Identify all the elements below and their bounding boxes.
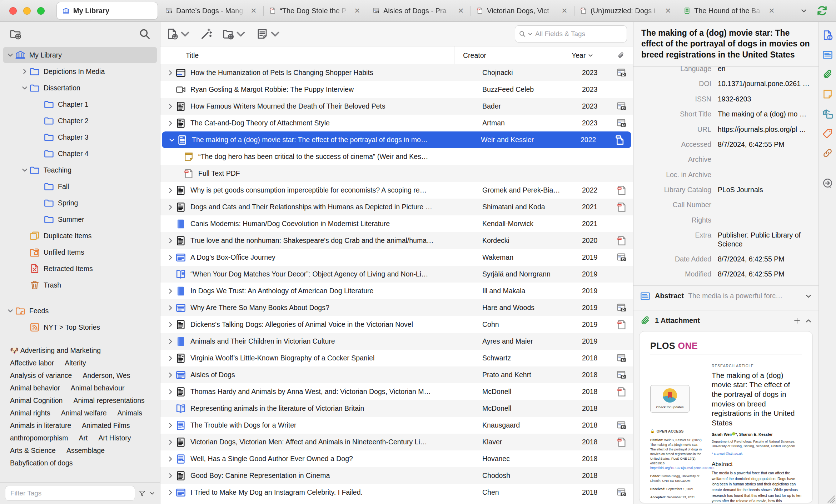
chevron-down-icon[interactable] xyxy=(20,84,29,91)
new-note-button[interactable] xyxy=(256,28,281,40)
chevron-right-icon[interactable] xyxy=(165,103,175,110)
tag-item[interactable]: Babyfication of dogs xyxy=(10,457,73,469)
field-row-extra[interactable]: ExtraPublisher: Public Library of Scienc… xyxy=(633,228,818,251)
tag-item[interactable]: Analysis of variance xyxy=(10,369,72,382)
tag-item[interactable]: Animal rights xyxy=(10,407,50,419)
field-row-call-number[interactable]: Call Number xyxy=(633,197,818,212)
table-row[interactable]: Virginia Woolf’s Little-Known Biography … xyxy=(160,350,633,366)
table-row[interactable]: Good Boy: Canine Representation in Cinem… xyxy=(160,467,633,484)
abstract-tab-icon[interactable] xyxy=(822,49,833,60)
field-row-rights[interactable]: Rights xyxy=(633,213,818,228)
sidebar-item-feeds[interactable]: Feeds xyxy=(3,303,157,319)
tag-item[interactable]: 🐶 Advertising and Marketing xyxy=(10,344,101,357)
tag-item[interactable]: Animal representations xyxy=(73,394,144,407)
table-row[interactable]: Well, Has a Single Good Author Ever Owne… xyxy=(160,450,633,467)
field-value[interactable]: https://journals.plos.org/pl … xyxy=(718,125,811,134)
notes-tab-icon[interactable] xyxy=(822,89,833,100)
new-item-button[interactable] xyxy=(166,28,191,40)
table-row[interactable]: True love and the nonhuman: Shakespeare'… xyxy=(160,232,633,249)
field-row-accessed[interactable]: Accessed8/7/2024, 6:42:55 PM xyxy=(633,137,818,152)
table-row[interactable]: Aisles of DogsPrato and Kehrt2018 xyxy=(160,366,633,383)
attachment-preview-card[interactable]: PLOS ONE Check for updates 🔓OPEN ACCESS … xyxy=(639,331,813,503)
close-tab-icon[interactable]: ✕ xyxy=(768,6,776,15)
table-row[interactable]: “When Your Dog Matches Your Decor”: Obje… xyxy=(160,266,633,283)
sidebar-item-my-library[interactable]: My Library xyxy=(3,47,157,63)
info-tab-icon[interactable] xyxy=(822,30,833,41)
table-row[interactable]: Dickens's Talking Dogs: Allegories of An… xyxy=(160,316,633,333)
sidebar-item-dissertation[interactable]: Dissertation xyxy=(3,80,157,96)
field-row-doi[interactable]: DOI10.1371/journal.pone.0261 … xyxy=(633,76,818,91)
chevron-right-icon[interactable] xyxy=(20,68,29,75)
tag-item[interactable]: Animated Films xyxy=(82,419,130,432)
tag-filter-chevron-down-icon[interactable] xyxy=(149,490,155,496)
table-row[interactable]: I Tried to Make My Dog an Instagram Cele… xyxy=(160,484,633,501)
sidebar-item-nyt-top-stories[interactable]: NYT > Top Stories xyxy=(3,319,157,335)
chevron-right-icon[interactable] xyxy=(165,371,175,379)
sidebar-item-chapter-2[interactable]: Chapter 2 xyxy=(3,113,157,129)
field-row-modified[interactable]: Modified8/7/2024, 6:42:55 PM xyxy=(633,266,818,281)
table-row[interactable]: Victorian Dogs, Victorian Men: Affect an… xyxy=(160,434,633,450)
field-value[interactable]: Publisher: Public Library of Science xyxy=(718,231,811,248)
tab-reader-0[interactable]: Dante’s Dogs - Mang✕ xyxy=(160,0,263,21)
chevron-right-icon[interactable] xyxy=(165,455,175,463)
field-value[interactable]: en xyxy=(718,64,811,73)
search-box[interactable] xyxy=(515,25,627,43)
chevron-right-icon[interactable] xyxy=(165,422,175,429)
chevron-right-icon[interactable] xyxy=(165,204,175,211)
filter-tags-input[interactable] xyxy=(5,486,135,501)
abstract-section-header[interactable]: Abstract The media is a powerful forc… xyxy=(633,286,818,306)
field-row-url[interactable]: URLhttps://journals.plos.org/pl … xyxy=(633,122,818,137)
tab-overflow-chevron-down-icon[interactable] xyxy=(794,7,814,14)
field-row-library-catalog[interactable]: Library CatalogPLoS Journals xyxy=(633,182,818,197)
tag-item[interactable]: Art History xyxy=(99,432,131,444)
sidebar-item-summer[interactable]: Summer xyxy=(3,211,157,228)
tab-reader-5[interactable]: The Hound of the Ba✕ xyxy=(678,0,781,21)
add-attachment-plus-icon[interactable] xyxy=(793,317,801,324)
field-value[interactable]: The making of a (dog) mo … xyxy=(718,110,811,118)
tag-item[interactable]: Animal behaviour xyxy=(71,382,125,394)
table-row[interactable]: The Trouble with Dogs for a WriterKnausg… xyxy=(160,417,633,434)
table-row[interactable]: Canis Modernis: Human/Dog Coevolution in… xyxy=(160,215,633,232)
close-window-button[interactable] xyxy=(9,7,17,15)
field-value[interactable] xyxy=(718,170,811,179)
search-input[interactable] xyxy=(534,30,623,38)
sidebar-item-retracted-items[interactable]: Retracted Items xyxy=(3,260,157,277)
tag-item[interactable]: Arts & Science xyxy=(10,444,56,457)
field-value[interactable] xyxy=(718,155,811,164)
field-row-date-added[interactable]: Date Added8/7/2024, 6:42:55 PM xyxy=(633,251,818,266)
libraries-collections-tab-icon[interactable] xyxy=(822,108,833,119)
field-value[interactable] xyxy=(718,200,811,209)
zoom-window-button[interactable] xyxy=(37,7,45,15)
table-row[interactable]: Animals and Their Children in Victorian … xyxy=(160,333,633,350)
sidebar-item-spring[interactable]: Spring xyxy=(3,195,157,211)
table-row[interactable]: Ryan Gosling & Margot Robbie: The Puppy … xyxy=(160,81,633,98)
field-row-issn[interactable]: ISSN1932-6203 xyxy=(633,91,818,106)
tag-item[interactable]: Assemblage xyxy=(66,444,105,457)
tags-tab-icon[interactable] xyxy=(822,128,833,139)
sidebar-item-fall[interactable]: Fall xyxy=(3,178,157,195)
chevron-right-icon[interactable] xyxy=(165,187,175,194)
minimize-window-button[interactable] xyxy=(23,7,31,15)
table-row[interactable]: In Dogs We Trust: An Anthology of Americ… xyxy=(160,283,633,299)
sync-icon[interactable] xyxy=(814,5,836,17)
tab-reader-3[interactable]: Victorian Dogs, Vict✕ xyxy=(471,0,574,21)
column-header-creator[interactable]: Creator xyxy=(454,46,563,64)
attachments-tab-icon[interactable] xyxy=(822,69,833,80)
column-header-attachment[interactable] xyxy=(609,46,633,64)
collection-search-icon[interactable] xyxy=(139,28,151,40)
tag-item[interactable]: Anderson, Wes xyxy=(83,369,130,382)
tag-item[interactable]: anthropomorphism xyxy=(10,432,68,444)
tag-item[interactable]: Affective labor xyxy=(10,357,54,369)
column-header-year[interactable]: Year xyxy=(563,46,609,64)
child-row[interactable]: Full Text PDF xyxy=(160,165,633,182)
add-collection-icon[interactable] xyxy=(9,28,21,40)
tag-item[interactable]: Animals in literature xyxy=(10,419,71,432)
tag-item[interactable]: Alterity xyxy=(65,357,86,369)
sidebar-item-chapter-4[interactable]: Chapter 4 xyxy=(3,145,157,162)
window-resize-grip[interactable] xyxy=(826,494,835,503)
chevron-right-icon[interactable] xyxy=(165,237,175,244)
chevron-right-icon[interactable] xyxy=(165,304,175,311)
field-value[interactable]: PLoS Journals xyxy=(718,185,811,194)
new-attachment-button[interactable] xyxy=(222,28,247,40)
tag-item[interactable]: Art xyxy=(79,432,88,444)
